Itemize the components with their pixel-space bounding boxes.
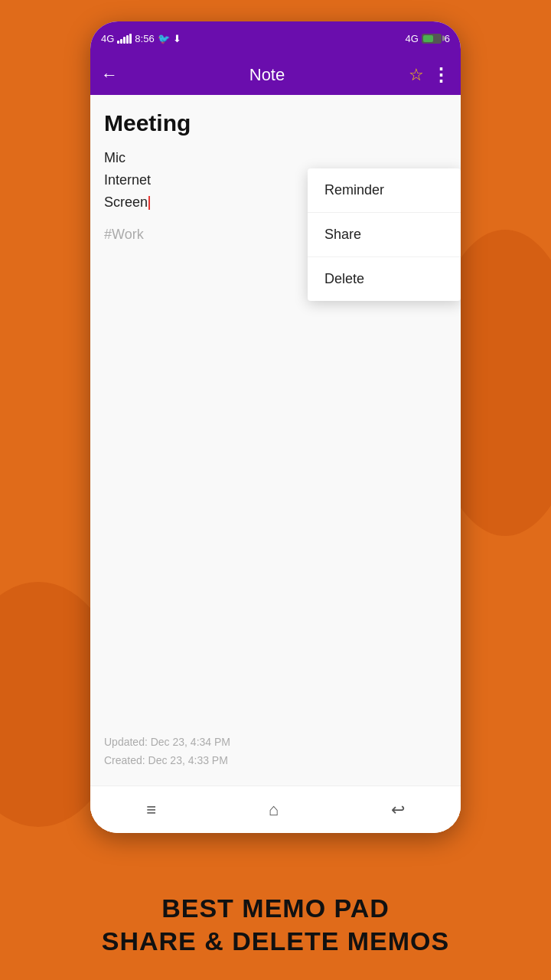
status-bar: 4G 8:56 🐦 ⬇ 4G 6	[90, 21, 461, 55]
twitter-icon: 🐦	[158, 33, 170, 44]
note-line-2: Internet	[104, 172, 151, 188]
status-right: 4G 6	[405, 33, 450, 44]
note-updated: Updated: Dec 23, 4:34 PM	[104, 733, 447, 752]
phone-frame: 4G 8:56 🐦 ⬇ 4G 6 ← Note ☆ ⋮	[90, 21, 461, 833]
dropdown-share[interactable]: Share	[308, 213, 461, 257]
signal-bars	[117, 34, 132, 44]
menu-nav-button[interactable]: ≡	[146, 800, 156, 820]
carrier-right: 4G	[405, 33, 418, 44]
note-line-3: Screen	[104, 194, 148, 210]
note-footer: Updated: Dec 23, 4:34 PM Created: Dec 23…	[90, 726, 461, 778]
dropdown-menu: Reminder Share Delete	[308, 168, 461, 301]
more-button[interactable]: ⋮	[432, 64, 450, 86]
note-title: Meeting	[104, 110, 447, 136]
content-wrapper: Meeting Mic Internet Screen #Work Remind…	[90, 95, 461, 833]
note-header: ← Note ☆ ⋮	[90, 55, 461, 95]
home-nav-button[interactable]: ⌂	[269, 800, 279, 820]
dropdown-delete[interactable]: Delete	[308, 257, 461, 301]
page-title: Note	[126, 65, 409, 85]
dropdown-reminder[interactable]: Reminder	[308, 168, 461, 213]
navigation-bar: ≡ ⌂ ↩	[90, 786, 461, 833]
back-button[interactable]: ←	[101, 65, 118, 85]
carrier-left: 4G	[101, 33, 114, 44]
status-left: 4G 8:56 🐦 ⬇	[101, 33, 181, 44]
battery-icon	[422, 34, 442, 44]
promo-line-1: BEST MEMO PAD	[0, 892, 551, 925]
status-time: 8:56	[135, 33, 154, 44]
star-button[interactable]: ☆	[409, 65, 424, 85]
text-cursor	[148, 196, 150, 210]
download-icon: ⬇	[173, 33, 181, 44]
promo-text: BEST MEMO PAD SHARE & DELETE MEMOS	[0, 892, 551, 957]
back-nav-button[interactable]: ↩	[391, 800, 405, 820]
battery-label: 6	[445, 33, 450, 44]
note-line-1: Mic	[104, 150, 126, 165]
promo-line-2: SHARE & DELETE MEMOS	[0, 925, 551, 958]
note-created: Created: Dec 23, 4:33 PM	[104, 752, 447, 770]
